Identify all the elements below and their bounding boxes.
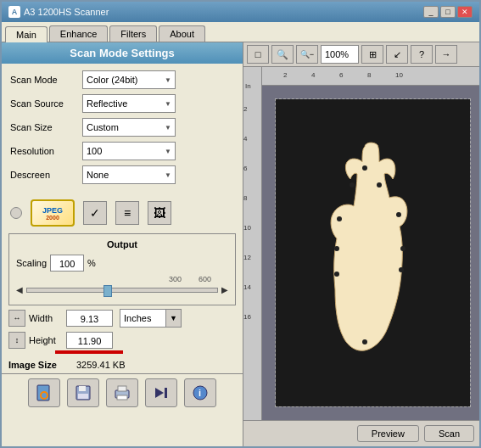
scan-size-row: Scan Size Custom ▼	[10, 118, 234, 137]
unit-dropdown-btn[interactable]: ▼	[166, 309, 182, 328]
preview-button[interactable]: Preview	[357, 425, 419, 442]
minimize-button[interactable]: _	[423, 6, 439, 18]
svg-marker-8	[155, 388, 164, 398]
height-icon: ↕	[8, 332, 25, 349]
h-tick-10: 10	[395, 71, 403, 79]
skip-button[interactable]	[145, 378, 177, 407]
unit-display[interactable]: Inches	[120, 309, 166, 328]
slider-right-arrow[interactable]: ▶	[221, 285, 228, 294]
output-section: Output Scaling 100 % 300 600 ◀	[8, 233, 236, 305]
slider-thumb[interactable]	[103, 285, 112, 297]
title-bar-left: A A3 1200HS Scanner	[8, 6, 109, 18]
resolution-row: Resolution 100 ▼	[10, 142, 234, 160]
scaling-value[interactable]: 100	[50, 255, 84, 272]
maximize-button[interactable]: □	[440, 6, 456, 18]
zoom-out-button[interactable]: 🔍−	[296, 45, 318, 64]
red-indicator-bar	[55, 350, 123, 354]
scan-source-label: Scan Source	[10, 98, 82, 109]
svg-point-14	[350, 182, 355, 188]
panel-header: Scan Mode Settings	[2, 42, 243, 64]
zoom-display: 100%	[321, 45, 359, 64]
help-button[interactable]: ?	[411, 45, 433, 64]
fullscreen-button[interactable]: □	[247, 45, 269, 64]
title-bar-buttons: _ □ ✕	[423, 6, 473, 18]
info-button[interactable]: i	[184, 378, 216, 407]
scan-source-value: Reflective	[87, 98, 127, 109]
scan-mode-dropdown[interactable]: Color (24bit) ▼	[82, 70, 176, 89]
scan-mode-dropdown-wrapper: Color (24bit) ▼	[82, 70, 234, 89]
descreen-value: None	[87, 170, 109, 180]
scan-source-dropdown-wrapper: Reflective ▼	[82, 94, 234, 113]
width-icon: ↔	[8, 310, 25, 327]
slider-label-600: 600	[199, 275, 211, 283]
radio-button[interactable]	[10, 207, 22, 219]
scan-source-dropdown[interactable]: Reflective ▼	[82, 94, 176, 113]
check-icon-btn[interactable]: ✓	[83, 201, 107, 225]
vertical-ruler: In 2 4 6 8 10 12 14 16	[243, 67, 262, 420]
svg-point-19	[399, 267, 404, 272]
resolution-dropdown-wrapper: 100 ▼	[82, 142, 234, 160]
descreen-dropdown-wrapper: None ▼	[82, 165, 234, 184]
edit-icon-btn[interactable]: ≡	[115, 201, 139, 225]
jpeg-badge[interactable]: JPEG 2000	[31, 199, 75, 227]
resolution-arrow: ▼	[165, 148, 171, 155]
move-button[interactable]: ↙	[386, 45, 408, 64]
ruler-unit-label: In	[245, 82, 251, 90]
slider-area: ◀ ▶	[16, 285, 228, 294]
dimensions-area: ↔ Width 9.13 Inches ▼ ↕ Height 11.90	[2, 309, 243, 356]
tab-about[interactable]: About	[159, 25, 205, 42]
image-size-value: 3259.41 KB	[76, 360, 126, 370]
svg-rect-9	[165, 388, 167, 398]
v-tick-8: 8	[243, 194, 247, 202]
horizontal-ruler: 2 4 6 8 10	[262, 67, 479, 86]
fit-button[interactable]: ⊞	[361, 45, 383, 64]
scan-mode-label: Scan Mode	[10, 75, 82, 85]
height-value[interactable]: 11.90	[66, 332, 113, 349]
scan-preview	[275, 98, 471, 407]
slider-track[interactable]	[26, 288, 218, 293]
scan-size-value: Custom	[87, 122, 119, 132]
scan-button[interactable]: Scan	[424, 425, 474, 442]
tab-enhance[interactable]: Enhance	[49, 25, 108, 42]
v-tick-10: 10	[243, 224, 251, 232]
output-title: Output	[16, 239, 228, 249]
v-tick-4: 4	[243, 135, 247, 143]
pct-label: %	[87, 258, 96, 268]
scan-mode-value: Color (24bit)	[87, 75, 138, 85]
jpeg-label: JPEG	[42, 206, 63, 215]
v-tick-12: 12	[243, 254, 251, 261]
svg-rect-6	[118, 386, 126, 391]
print-button[interactable]	[106, 378, 138, 407]
v-tick-14: 14	[243, 283, 251, 291]
scaling-label: Scaling	[16, 258, 47, 268]
right-toolbar: □ 🔍 🔍− 100% ⊞ ↙ ? →	[243, 42, 479, 67]
scan-doc-button[interactable]	[28, 378, 60, 407]
scan-source-arrow: ▼	[165, 100, 171, 108]
close-button[interactable]: ✕	[457, 6, 473, 18]
descreen-label: Descreen	[10, 170, 82, 180]
svg-point-20	[334, 272, 339, 277]
svg-point-18	[334, 246, 339, 251]
width-value[interactable]: 9.13	[66, 310, 113, 327]
resolution-label: Resolution	[10, 146, 82, 156]
scan-size-dropdown-wrapper: Custom ▼	[82, 118, 234, 137]
scan-image	[276, 99, 470, 406]
slider-left-arrow[interactable]: ◀	[16, 285, 23, 294]
scan-size-dropdown[interactable]: Custom ▼	[82, 118, 176, 137]
tab-filters[interactable]: Filters	[109, 25, 157, 42]
resolution-dropdown[interactable]: 100 ▼	[82, 142, 176, 160]
zoom-in-button[interactable]: 🔍	[271, 45, 294, 64]
tab-main[interactable]: Main	[5, 26, 48, 42]
scan-source-row: Scan Source Reflective ▼	[10, 94, 234, 113]
title-bar: A A3 1200HS Scanner _ □ ✕	[2, 2, 479, 22]
h-tick-2: 2	[283, 71, 287, 79]
v-tick-6: 6	[243, 165, 247, 172]
resolution-control: 100 ▼	[82, 142, 234, 160]
slider-labels: 300 600	[16, 275, 228, 283]
descreen-dropdown[interactable]: None ▼	[82, 165, 176, 184]
save-button[interactable]	[67, 378, 99, 407]
main-window: A A3 1200HS Scanner _ □ ✕ Main Enhance F…	[0, 0, 481, 448]
scan-size-arrow: ▼	[165, 124, 171, 132]
arrow-button[interactable]: →	[435, 45, 457, 64]
image-icon-btn[interactable]: 🖼	[148, 201, 171, 225]
